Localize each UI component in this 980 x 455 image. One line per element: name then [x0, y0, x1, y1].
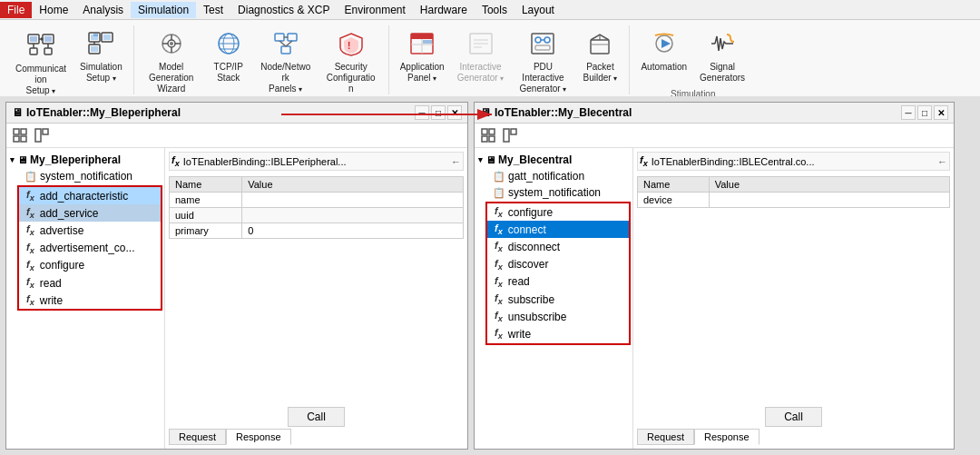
central-fx-icon-8: fx: [495, 327, 503, 341]
central-call-button[interactable]: Call: [765, 407, 822, 427]
svg-rect-62: [21, 136, 26, 142]
ribbon-btn-communication-setup[interactable]: CommunicationSetup ▾: [9, 27, 73, 100]
central-response-tab[interactable]: Response: [694, 429, 760, 445]
peripheral-advertise[interactable]: fx advertise: [19, 222, 161, 239]
peripheral-toolbar-btn1[interactable]: [10, 125, 30, 145]
central-title: IoTEnabler::My_Blecentral: [495, 106, 632, 119]
application-panel-label: ApplicationPanel ▾: [400, 62, 445, 84]
device-icon: 🖥: [17, 154, 27, 165]
peripheral-tree-root[interactable]: ▾ 🖥 My_Bleperipheral: [6, 152, 164, 168]
central-param-device-value[interactable]: [709, 193, 949, 208]
central-window-controls: ─ □ ✕: [901, 105, 948, 120]
central-discover[interactable]: fx discover: [487, 256, 629, 273]
central-param-device: device: [638, 193, 710, 208]
peripheral-param-uuid-value[interactable]: [242, 208, 464, 223]
central-maximize-btn[interactable]: □: [917, 105, 932, 120]
peripheral-param-name-value[interactable]: [242, 193, 464, 208]
peripheral-param-primary-value[interactable]: [242, 223, 464, 239]
svg-rect-70: [511, 129, 516, 134]
svg-rect-50: [535, 45, 550, 50]
menu-diagnostics[interactable]: Diagnostics & XCP: [230, 2, 337, 18]
central-fx-icon-5: fx: [495, 275, 503, 289]
svg-rect-38: [411, 34, 433, 39]
central-toolbar-btn1[interactable]: [478, 125, 498, 145]
central-toolbar-btn2[interactable]: [500, 125, 520, 145]
central-tree-root[interactable]: ▾ 🖥 My_Blecentral: [475, 152, 632, 168]
svg-rect-32: [281, 46, 290, 54]
central-disconnect[interactable]: fx disconnect: [487, 238, 629, 255]
peripheral-add-service[interactable]: fx add_service: [19, 204, 161, 222]
menu-analysis[interactable]: Analysis: [75, 2, 131, 18]
peripheral-configure[interactable]: fx configure: [19, 257, 161, 274]
ribbon-btn-packet-builder[interactable]: PacketBuilder ▾: [576, 27, 623, 87]
central-configure[interactable]: fx configure: [487, 203, 629, 221]
fx-icon-4: fx: [26, 242, 34, 255]
central-close-btn[interactable]: ✕: [934, 105, 948, 120]
ribbon-btn-signal-generators[interactable]: SignalGenerators: [694, 27, 750, 87]
svg-rect-15: [91, 46, 98, 52]
central-write[interactable]: fx write: [487, 325, 629, 342]
peripheral-request-tab[interactable]: Request: [169, 429, 226, 445]
central-panel: 🖥 IoTEnabler::My_Blecentral ─ □ ✕ ▾: [474, 102, 955, 450]
peripheral-name-header: Name: [170, 177, 242, 193]
peripheral-add-characteristic[interactable]: fx add_characteristic: [19, 187, 161, 204]
peripheral-right-panel: fx IoTEnablerBinding::IBLEPeripheral... …: [165, 148, 467, 449]
central-gatt-notification[interactable]: 📋 gatt_notification: [475, 168, 632, 184]
menu-tools[interactable]: Tools: [475, 2, 514, 18]
ribbon-btn-interactive-gen[interactable]: InteractiveGenerator ▾: [452, 27, 510, 87]
peripheral-maximize-btn[interactable]: □: [431, 105, 446, 120]
svg-rect-65: [482, 129, 487, 134]
central-body: ▾ 🖥 My_Blecentral 📋 gatt_notification 📋 …: [475, 148, 954, 449]
menu-test[interactable]: Test: [196, 2, 230, 18]
menu-file[interactable]: File: [0, 2, 32, 18]
ribbon-btn-model-generation[interactable]: Model GenerationWizard: [140, 27, 203, 98]
peripheral-param-uuid-row: uuid: [170, 208, 464, 223]
central-subscribe[interactable]: fx subscribe: [487, 291, 629, 308]
central-minimize-btn[interactable]: ─: [901, 105, 916, 120]
ribbon-btn-node-network[interactable]: Node/NetworkPanels ▾: [254, 27, 318, 98]
application-panel-icon: [408, 31, 436, 60]
svg-line-34: [279, 41, 286, 46]
fx-icon-3: fx: [26, 223, 34, 237]
peripheral-advertisement-co[interactable]: fx advertisement_co...: [19, 240, 161, 257]
menu-layout[interactable]: Layout: [514, 2, 562, 18]
ribbon-btn-application-panel[interactable]: ApplicationPanel ▾: [395, 27, 450, 87]
menu-environment[interactable]: Environment: [337, 2, 412, 18]
peripheral-params-table: Name Value name uuid: [169, 176, 464, 239]
central-fx-icon-7: fx: [495, 310, 503, 323]
central-read[interactable]: fx read: [487, 273, 629, 291]
svg-rect-41: [423, 40, 432, 44]
peripheral-close-btn[interactable]: ✕: [447, 105, 462, 120]
central-fx-icon-1: fx: [495, 205, 503, 219]
peripheral-minimize-btn[interactable]: ─: [415, 105, 429, 120]
central-window-icon: 🖥: [480, 106, 491, 119]
menu-hardware[interactable]: Hardware: [413, 2, 475, 18]
central-call-row: Call: [637, 407, 950, 427]
ribbon-btn-pdu-interactive[interactable]: PDU InteractiveGenerator ▾: [511, 27, 574, 98]
peripheral-system-notification[interactable]: 📋 system_notification: [6, 168, 164, 184]
peripheral-response-tab[interactable]: Response: [226, 429, 291, 445]
central-name-header: Name: [638, 177, 710, 193]
central-unsubscribe[interactable]: fx unsubscribe: [487, 308, 629, 325]
ribbon-group-application: ApplicationPanel ▾ InteractiveGenerator …: [389, 25, 631, 94]
central-system-notification[interactable]: 📋 system_notification: [475, 184, 632, 201]
central-connect[interactable]: fx connect: [487, 221, 629, 238]
svg-rect-66: [489, 129, 495, 134]
central-configure-label: configure: [508, 206, 553, 219]
ribbon-content: CommunicationSetup ▾: [0, 24, 980, 96]
menu-home[interactable]: Home: [32, 2, 75, 18]
peripheral-call-button[interactable]: Call: [288, 407, 345, 427]
central-request-tab[interactable]: Request: [637, 429, 694, 445]
ribbon-app-items: ApplicationPanel ▾ InteractiveGenerator …: [395, 27, 624, 98]
peripheral-tree: ▾ 🖥 My_Bleperipheral 📋 system_notificati…: [6, 148, 165, 449]
peripheral-toolbar-btn2[interactable]: [32, 125, 52, 145]
ribbon-btn-security-config[interactable]: ! SecurityConfiguration: [319, 27, 383, 98]
ribbon-btn-automation[interactable]: Automation: [635, 27, 692, 76]
ribbon-btn-tcpip-stack[interactable]: TCP/IPStack: [205, 27, 252, 87]
peripheral-read[interactable]: fx read: [19, 274, 161, 292]
ribbon-simulation-items: Model GenerationWizard TCP/IPStack: [140, 27, 383, 98]
svg-rect-63: [35, 129, 41, 142]
peripheral-write[interactable]: fx write: [19, 292, 161, 309]
ribbon-btn-simulation-setup[interactable]: SimulationSetup ▾: [74, 27, 128, 87]
menu-simulation[interactable]: Simulation: [131, 2, 196, 18]
